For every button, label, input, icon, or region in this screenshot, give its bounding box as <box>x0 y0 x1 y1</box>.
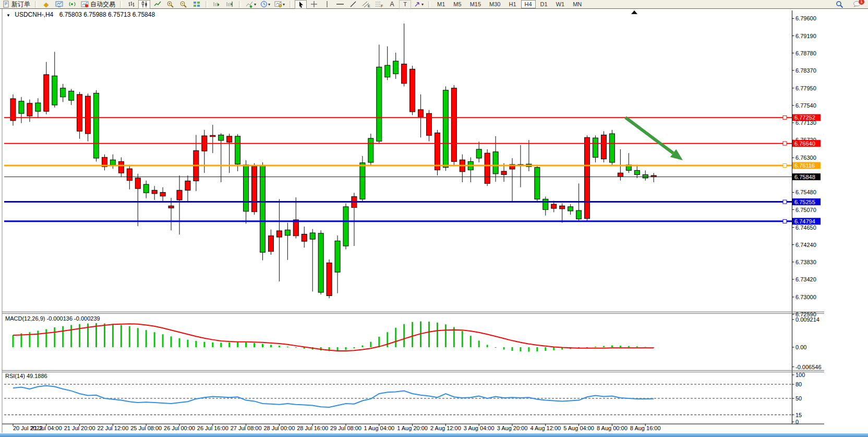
candle-body <box>643 174 648 178</box>
candle-body <box>94 93 99 158</box>
candle-body <box>27 103 32 116</box>
candle-body <box>427 113 432 135</box>
line-handle-marker[interactable] <box>783 219 787 223</box>
price-axis-label: 6.79190 <box>795 33 816 39</box>
macd-axis-label: -0.006546 <box>795 364 822 370</box>
candle-body <box>19 101 24 113</box>
time-axis-label: 28 Jul 00:00 <box>263 425 295 431</box>
candle-body <box>593 138 598 157</box>
chart-canvas[interactable]: 6.796006.791906.787806.783706.779506.775… <box>0 0 868 437</box>
time-axis-label: 3 Aug 20:00 <box>497 425 528 431</box>
candle-body <box>127 169 132 181</box>
rsi-label: RSI(14) 49.1886 <box>5 373 47 379</box>
candle-body <box>551 204 557 208</box>
price-axis-label: 6.79600 <box>795 15 816 21</box>
price-axis-label: 6.75480 <box>795 189 816 195</box>
candle-body <box>110 160 115 165</box>
time-axis-label: 5 Aug 04:00 <box>563 425 594 431</box>
time-axis-label: 21 Jul 04:00 <box>31 425 62 431</box>
candle-body <box>543 199 548 209</box>
rsi-line <box>13 386 654 407</box>
line-handle-marker[interactable] <box>783 200 787 204</box>
candle-body <box>227 136 232 142</box>
time-axis-label: 8 Aug 00:00 <box>597 425 628 431</box>
candle-body <box>485 153 490 183</box>
candle-body <box>177 190 182 200</box>
price-axis-label: 6.73000 <box>795 294 816 300</box>
candle-body <box>268 236 273 252</box>
candle-body <box>118 161 124 173</box>
price-axis-label: 6.77950 <box>795 85 816 91</box>
candle-body <box>560 206 565 209</box>
line-price-badge-text: 6.77252 <box>794 114 815 121</box>
candle-body <box>160 192 165 196</box>
candle-body <box>385 65 390 77</box>
candle-body <box>609 134 614 162</box>
time-axis-label: 29 Jul 08:00 <box>330 425 361 431</box>
candle-body <box>343 207 348 246</box>
candle-body <box>260 166 266 252</box>
candle-body <box>435 133 440 170</box>
candle-body <box>585 137 590 218</box>
time-axis-label: 1 Aug 20:00 <box>397 425 428 431</box>
candle-body <box>152 190 157 193</box>
macd-label: MACD(12,26,9) -0.000136 -0.000239 <box>5 315 100 322</box>
candle-body <box>143 184 149 193</box>
candle-body <box>44 75 49 111</box>
price-axis-label: 6.75070 <box>795 207 816 213</box>
time-axis-label: 3 Aug 04:00 <box>464 425 495 431</box>
time-axis-label: 26 Jul 16:00 <box>197 425 228 431</box>
rsi-axis-label: 80 <box>795 381 802 387</box>
candle-body <box>285 230 290 235</box>
mt4-terminal: { "toolbar": { "new_order": "新订单", "auto… <box>0 0 868 437</box>
candle-body <box>443 90 448 168</box>
time-axis-label: 28 Jul 16:00 <box>297 425 328 431</box>
candle-body <box>302 234 307 241</box>
chart-dropdown-icon[interactable]: ▼ <box>6 13 10 18</box>
chart-title-row: ▼ USDCNH-,H4 6.75803 6.75988 6.75713 6.7… <box>6 11 155 18</box>
candle-body <box>310 233 315 239</box>
line-price-badge-text: 6.75255 <box>794 199 815 205</box>
price-axis-label: 6.77540 <box>795 102 816 109</box>
trend-arrow-shaft[interactable] <box>625 117 673 153</box>
time-axis-label: 26 Jul 00:00 <box>164 425 195 431</box>
line-price-badge-text: 6.76640 <box>794 140 815 147</box>
price-axis-label: 6.78780 <box>795 50 816 56</box>
price-axis-label: 6.78370 <box>795 67 816 74</box>
line-handle-marker[interactable] <box>783 141 787 145</box>
candle-body <box>501 171 507 174</box>
price-axis-label: 6.73830 <box>795 259 816 265</box>
macd-axis-label: 0.009214 <box>795 316 819 323</box>
time-axis-label: 22 Jul 12:00 <box>97 425 128 431</box>
candle-body <box>61 88 66 97</box>
candle-body <box>168 206 174 208</box>
candle-body <box>601 135 606 159</box>
chart-shift-marker[interactable] <box>631 10 637 14</box>
candle-body <box>360 163 365 199</box>
current-price-badge-text: 6.75848 <box>794 174 815 180</box>
candle-body <box>210 135 215 136</box>
candle-body <box>377 67 382 141</box>
candle-body <box>252 166 257 211</box>
candle-body <box>69 91 74 100</box>
rsi-axis-label: 15 <box>795 412 802 418</box>
time-axis-label: 4 Aug 12:00 <box>530 425 561 431</box>
candle-body <box>576 210 582 219</box>
candle-body <box>393 61 399 74</box>
candle-body <box>493 152 498 174</box>
candle-body <box>418 110 424 117</box>
line-handle-marker[interactable] <box>783 164 787 168</box>
line-price-badge-text: 6.74794 <box>794 218 815 225</box>
price-axis-label: 6.74650 <box>795 225 816 231</box>
candle-body <box>568 207 573 211</box>
price-axis-label: 6.74240 <box>795 242 816 248</box>
candle-body <box>335 241 340 272</box>
candle-body <box>219 135 224 140</box>
time-axis-label: 21 Jul 20:00 <box>64 425 95 431</box>
candle-body <box>535 168 540 199</box>
line-handle-marker[interactable] <box>783 116 787 120</box>
bottom-status-bar <box>0 433 868 437</box>
candle-body <box>451 88 456 162</box>
candle-body <box>244 165 249 211</box>
chart-ohlc-quote: 6.75803 6.75988 6.75713 6.75848 <box>59 11 155 18</box>
